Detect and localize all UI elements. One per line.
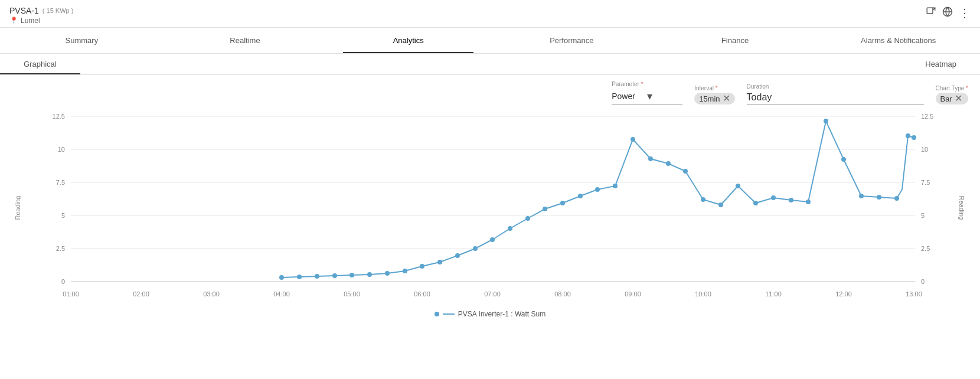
subtab-heatmap[interactable]: Heatmap — [901, 54, 980, 74]
parameter-select[interactable]: Power ▾ — [612, 89, 682, 104]
chart-line — [282, 121, 914, 277]
chart-dot — [403, 269, 407, 273]
chart-dot — [420, 264, 424, 269]
svg-text:5: 5 — [921, 212, 925, 219]
svg-text:2.5: 2.5 — [56, 245, 65, 252]
header: PVSA-1 ( 15 KWp ) 📍 Lumel ⋮ — [0, 0, 980, 28]
chart-dot — [490, 237, 495, 242]
chart-dot — [701, 197, 705, 202]
svg-text:04:00: 04:00 — [273, 290, 290, 298]
more-icon[interactable]: ⋮ — [959, 6, 971, 20]
chart-dot — [349, 273, 354, 277]
tab-finance[interactable]: Finance — [654, 28, 817, 53]
chart-dot — [894, 196, 899, 201]
svg-text:01:00: 01:00 — [63, 290, 79, 298]
location-text: Lumel — [21, 17, 40, 25]
chart-dot — [859, 194, 864, 198]
legend-label: PVSA Inverter-1 : Watt Sum — [458, 310, 545, 318]
sub-nav: Graphical Heatmap — [0, 54, 980, 75]
interval-label: Interval * — [694, 85, 734, 92]
parameter-dropdown-icon[interactable]: ▾ — [647, 90, 682, 103]
parameter-control: Parameter * Power ▾ — [612, 81, 682, 104]
svg-text:11:00: 11:00 — [765, 290, 782, 298]
interval-control: Interval * 15min ✕ — [694, 85, 734, 104]
parameter-value: Power — [612, 92, 647, 101]
chart-controls: Parameter * Power ▾ Interval * 15min ✕ D… — [0, 75, 980, 110]
svg-text:07:00: 07:00 — [484, 290, 501, 298]
globe-icon[interactable] — [942, 6, 953, 20]
chart-dot — [437, 260, 442, 264]
open-new-icon[interactable] — [926, 6, 936, 19]
tab-realtime[interactable]: Realtime — [164, 28, 327, 53]
chart-dot — [332, 273, 337, 278]
chart-dot — [666, 161, 671, 166]
chart-legend: PVSA Inverter-1 : Watt Sum — [0, 305, 980, 323]
chart-dot — [648, 156, 653, 161]
parameter-label: Parameter * — [612, 81, 682, 87]
interval-clear-button[interactable]: ✕ — [723, 94, 730, 103]
tab-analytics[interactable]: Analytics — [326, 28, 490, 53]
header-actions: ⋮ — [926, 6, 971, 20]
pin-icon: 📍 — [9, 17, 18, 25]
svg-text:05:00: 05:00 — [344, 290, 360, 298]
chart-dot — [560, 201, 565, 205]
y-axis-label-left: Reading — [14, 196, 21, 220]
chart-dot — [906, 133, 910, 138]
chart-type-clear-button[interactable]: ✕ — [955, 94, 962, 103]
legend-dot-icon — [435, 312, 439, 316]
chart-dot — [455, 253, 460, 258]
chart-dot — [683, 169, 688, 174]
chart-dot — [613, 184, 618, 188]
svg-text:12.5: 12.5 — [921, 113, 933, 120]
chart-dot — [315, 274, 319, 279]
interval-chip: 15min ✕ — [694, 93, 734, 104]
chart-dot — [543, 207, 547, 211]
main-nav: Summary Realtime Analytics Performance F… — [0, 28, 980, 54]
chart-dot — [912, 135, 916, 140]
svg-rect-0 — [927, 8, 933, 14]
subtab-graphical[interactable]: Graphical — [0, 54, 80, 74]
chart-dot — [279, 275, 284, 280]
svg-text:10:00: 10:00 — [695, 290, 711, 298]
chart-dot — [595, 187, 600, 192]
chart-dot — [297, 275, 302, 279]
chart-dot — [367, 272, 372, 277]
chart-svg: 12.5 10 7.5 5 2.5 0 12.5 10 7.5 5 2.5 0 … — [35, 110, 945, 305]
svg-text:0: 0 — [61, 278, 65, 285]
svg-text:02:00: 02:00 — [133, 290, 149, 298]
legend-line-icon — [443, 313, 455, 315]
svg-text:12.5: 12.5 — [53, 113, 65, 120]
chart-type-control: Chart Type * Bar ✕ — [936, 85, 968, 104]
duration-value[interactable]: Today — [747, 91, 924, 104]
svg-text:08:00: 08:00 — [554, 290, 571, 298]
chart-area: Reading Reading 12.5 10 7.5 5 2.5 0 12.5… — [0, 110, 980, 305]
tab-alarms[interactable]: Alarms & Notifications — [816, 28, 980, 53]
svg-text:0: 0 — [921, 278, 925, 285]
capacity-text: ( 15 KWp ) — [43, 7, 74, 14]
chart-dot — [525, 216, 530, 221]
chart-dot — [385, 271, 390, 276]
interval-value: 15min — [699, 94, 720, 103]
page-title: PVSA-1 ( 15 KWp ) — [9, 6, 971, 15]
svg-text:10: 10 — [58, 146, 65, 153]
chart-dot — [789, 198, 793, 202]
svg-text:2.5: 2.5 — [921, 245, 930, 252]
tab-performance[interactable]: Performance — [490, 28, 654, 53]
chart-dot — [578, 194, 583, 198]
title-text: PVSA-1 — [9, 6, 39, 15]
duration-control: Duration Today — [747, 83, 924, 104]
y-axis-label-right: Reading — [959, 196, 966, 220]
chart-dot — [736, 184, 740, 188]
chart-type-value: Bar — [940, 94, 952, 103]
chart-dot — [753, 201, 758, 205]
tab-summary[interactable]: Summary — [0, 28, 164, 53]
svg-text:7.5: 7.5 — [921, 179, 930, 186]
chart-type-chip: Bar ✕ — [936, 93, 968, 104]
chart-dot — [771, 195, 776, 200]
svg-text:06:00: 06:00 — [414, 290, 430, 298]
svg-text:7.5: 7.5 — [56, 179, 65, 186]
svg-text:12:00: 12:00 — [835, 290, 852, 298]
svg-text:5: 5 — [61, 212, 65, 219]
chart-dot — [806, 200, 811, 204]
chart-dot — [824, 119, 828, 123]
